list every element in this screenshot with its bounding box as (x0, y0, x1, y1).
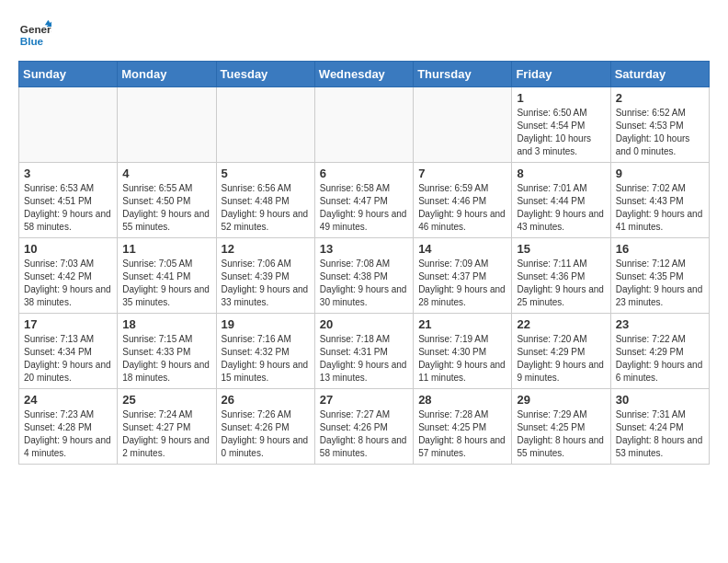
day-number: 28 (418, 393, 506, 407)
day-number: 16 (616, 242, 704, 256)
day-number: 13 (320, 242, 408, 256)
day-cell: 9Sunrise: 7:02 AM Sunset: 4:43 PM Daylig… (610, 163, 709, 238)
day-cell: 27Sunrise: 7:27 AM Sunset: 4:26 PM Dayli… (314, 389, 413, 465)
week-row-2: 3Sunrise: 6:53 AM Sunset: 4:51 PM Daylig… (19, 163, 710, 238)
day-cell: 18Sunrise: 7:15 AM Sunset: 4:33 PM Dayli… (118, 314, 216, 389)
day-number: 26 (222, 393, 310, 407)
day-info: Sunrise: 7:24 AM Sunset: 4:27 PM Dayligh… (122, 408, 210, 460)
day-cell: 7Sunrise: 6:59 AM Sunset: 4:46 PM Daylig… (414, 163, 512, 238)
day-cell: 6Sunrise: 6:58 AM Sunset: 4:47 PM Daylig… (314, 163, 413, 238)
day-info: Sunrise: 7:12 AM Sunset: 4:35 PM Dayligh… (616, 258, 704, 309)
day-cell: 3Sunrise: 6:53 AM Sunset: 4:51 PM Daylig… (19, 163, 118, 238)
day-info: Sunrise: 6:53 AM Sunset: 4:51 PM Dayligh… (24, 182, 112, 234)
day-info: Sunrise: 7:22 AM Sunset: 4:29 PM Dayligh… (616, 333, 704, 385)
day-cell (118, 87, 216, 163)
day-info: Sunrise: 7:29 AM Sunset: 4:25 PM Dayligh… (517, 408, 605, 460)
day-info: Sunrise: 7:06 AM Sunset: 4:39 PM Dayligh… (222, 258, 310, 309)
day-number: 29 (517, 393, 605, 407)
day-number: 3 (24, 167, 112, 180)
logo: General Blue (18, 18, 51, 52)
weekday-header-saturday: Saturday (610, 62, 709, 87)
weekday-header-row: SundayMondayTuesdayWednesdayThursdayFrid… (19, 62, 710, 87)
day-cell: 17Sunrise: 7:13 AM Sunset: 4:34 PM Dayli… (19, 314, 118, 389)
day-info: Sunrise: 7:28 AM Sunset: 4:25 PM Dayligh… (418, 408, 506, 460)
weekday-header-thursday: Thursday (414, 62, 512, 87)
day-cell: 1Sunrise: 6:50 AM Sunset: 4:54 PM Daylig… (512, 87, 610, 163)
day-number: 5 (222, 167, 310, 180)
day-cell: 30Sunrise: 7:31 AM Sunset: 4:24 PM Dayli… (610, 389, 709, 465)
day-info: Sunrise: 7:02 AM Sunset: 4:43 PM Dayligh… (616, 182, 704, 234)
day-info: Sunrise: 7:05 AM Sunset: 4:41 PM Dayligh… (122, 258, 210, 309)
day-number: 19 (222, 317, 310, 331)
day-info: Sunrise: 7:18 AM Sunset: 4:31 PM Dayligh… (320, 333, 408, 385)
day-info: Sunrise: 7:03 AM Sunset: 4:42 PM Dayligh… (24, 258, 112, 309)
day-number: 22 (517, 317, 605, 331)
day-info: Sunrise: 7:11 AM Sunset: 4:36 PM Dayligh… (517, 258, 605, 309)
week-row-5: 24Sunrise: 7:23 AM Sunset: 4:28 PM Dayli… (19, 389, 710, 465)
day-number: 15 (517, 242, 605, 256)
day-cell: 11Sunrise: 7:05 AM Sunset: 4:41 PM Dayli… (118, 238, 216, 314)
week-row-3: 10Sunrise: 7:03 AM Sunset: 4:42 PM Dayli… (19, 238, 710, 314)
day-number: 10 (24, 242, 112, 256)
day-number: 7 (418, 167, 506, 180)
day-info: Sunrise: 6:52 AM Sunset: 4:53 PM Dayligh… (616, 107, 704, 158)
day-cell: 15Sunrise: 7:11 AM Sunset: 4:36 PM Dayli… (512, 238, 610, 314)
day-cell: 8Sunrise: 7:01 AM Sunset: 4:44 PM Daylig… (512, 163, 610, 238)
day-number: 2 (616, 91, 704, 105)
day-cell (216, 87, 314, 163)
svg-text:Blue: Blue (20, 35, 44, 47)
weekday-header-wednesday: Wednesday (314, 62, 413, 87)
day-info: Sunrise: 7:19 AM Sunset: 4:30 PM Dayligh… (418, 333, 506, 385)
day-number: 27 (320, 393, 408, 407)
day-info: Sunrise: 7:13 AM Sunset: 4:34 PM Dayligh… (24, 333, 112, 385)
day-cell: 21Sunrise: 7:19 AM Sunset: 4:30 PM Dayli… (414, 314, 512, 389)
day-cell: 4Sunrise: 6:55 AM Sunset: 4:50 PM Daylig… (118, 163, 216, 238)
weekday-header-sunday: Sunday (19, 62, 118, 87)
day-info: Sunrise: 7:31 AM Sunset: 4:24 PM Dayligh… (616, 408, 704, 460)
day-number: 1 (517, 91, 605, 105)
logo-icon: General Blue (18, 18, 51, 52)
day-number: 30 (616, 393, 704, 407)
day-cell: 5Sunrise: 6:56 AM Sunset: 4:48 PM Daylig… (216, 163, 314, 238)
day-cell: 12Sunrise: 7:06 AM Sunset: 4:39 PM Dayli… (216, 238, 314, 314)
day-cell: 20Sunrise: 7:18 AM Sunset: 4:31 PM Dayli… (314, 314, 413, 389)
day-cell (414, 87, 512, 163)
day-info: Sunrise: 6:56 AM Sunset: 4:48 PM Dayligh… (222, 182, 310, 234)
day-cell: 14Sunrise: 7:09 AM Sunset: 4:37 PM Dayli… (414, 238, 512, 314)
day-cell: 25Sunrise: 7:24 AM Sunset: 4:27 PM Dayli… (118, 389, 216, 465)
day-cell (314, 87, 413, 163)
day-cell: 19Sunrise: 7:16 AM Sunset: 4:32 PM Dayli… (216, 314, 314, 389)
header: General Blue (18, 18, 710, 52)
day-info: Sunrise: 6:50 AM Sunset: 4:54 PM Dayligh… (517, 107, 605, 158)
day-cell: 28Sunrise: 7:28 AM Sunset: 4:25 PM Dayli… (414, 389, 512, 465)
day-info: Sunrise: 7:09 AM Sunset: 4:37 PM Dayligh… (418, 258, 506, 309)
weekday-header-tuesday: Tuesday (216, 62, 314, 87)
day-number: 18 (122, 317, 210, 331)
day-info: Sunrise: 7:20 AM Sunset: 4:29 PM Dayligh… (517, 333, 605, 385)
day-number: 12 (222, 242, 310, 256)
day-number: 4 (122, 167, 210, 180)
day-cell: 29Sunrise: 7:29 AM Sunset: 4:25 PM Dayli… (512, 389, 610, 465)
day-cell (19, 87, 118, 163)
day-info: Sunrise: 7:01 AM Sunset: 4:44 PM Dayligh… (517, 182, 605, 234)
day-number: 23 (616, 317, 704, 331)
day-number: 8 (517, 167, 605, 180)
day-cell: 13Sunrise: 7:08 AM Sunset: 4:38 PM Dayli… (314, 238, 413, 314)
day-cell: 16Sunrise: 7:12 AM Sunset: 4:35 PM Dayli… (610, 238, 709, 314)
day-info: Sunrise: 7:08 AM Sunset: 4:38 PM Dayligh… (320, 258, 408, 309)
day-number: 9 (616, 167, 704, 180)
day-number: 11 (122, 242, 210, 256)
day-info: Sunrise: 6:59 AM Sunset: 4:46 PM Dayligh… (418, 182, 506, 234)
day-info: Sunrise: 7:26 AM Sunset: 4:26 PM Dayligh… (222, 408, 310, 460)
day-info: Sunrise: 7:27 AM Sunset: 4:26 PM Dayligh… (320, 408, 408, 460)
day-number: 17 (24, 317, 112, 331)
day-info: Sunrise: 7:16 AM Sunset: 4:32 PM Dayligh… (222, 333, 310, 385)
day-info: Sunrise: 6:55 AM Sunset: 4:50 PM Dayligh… (122, 182, 210, 234)
day-number: 14 (418, 242, 506, 256)
calendar-table: SundayMondayTuesdayWednesdayThursdayFrid… (18, 61, 710, 465)
day-number: 21 (418, 317, 506, 331)
day-cell: 24Sunrise: 7:23 AM Sunset: 4:28 PM Dayli… (19, 389, 118, 465)
day-number: 24 (24, 393, 112, 407)
day-number: 20 (320, 317, 408, 331)
day-cell: 10Sunrise: 7:03 AM Sunset: 4:42 PM Dayli… (19, 238, 118, 314)
